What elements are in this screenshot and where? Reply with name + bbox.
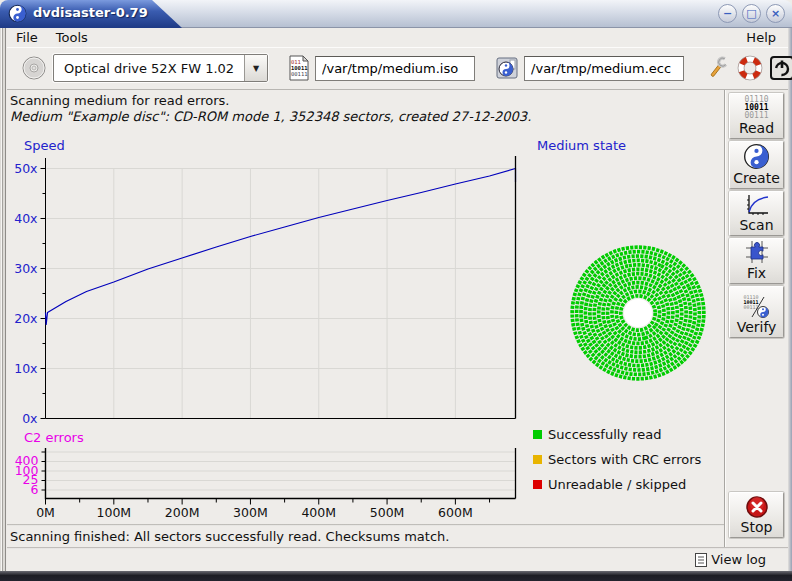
app-window: dvdisaster-0.79 − □ × File Tools Help Op… xyxy=(0,0,792,581)
legend-item-success: Successfully read xyxy=(533,426,723,442)
scan-result-text: Scanning finished: All sectors successfu… xyxy=(10,529,449,544)
svg-text:10x: 10x xyxy=(14,361,37,376)
scan-chart-icon xyxy=(744,193,770,217)
svg-text:50x: 50x xyxy=(14,161,37,176)
svg-text:200M: 200M xyxy=(165,505,200,520)
legend-item-unreadable: Unreadable / skipped xyxy=(533,476,723,492)
svg-text:400M: 400M xyxy=(301,505,336,520)
window-right-border xyxy=(788,28,792,571)
svg-text:600M: 600M xyxy=(438,505,473,520)
iso-path-input[interactable] xyxy=(315,56,475,81)
legend-swatch-yellow xyxy=(533,455,542,464)
medium-state-legend: Successfully read Sectors with CRC error… xyxy=(533,426,723,501)
svg-text:40x: 40x xyxy=(14,211,37,226)
drive-disc-icon[interactable] xyxy=(21,55,47,81)
menu-file[interactable]: File xyxy=(7,29,47,46)
menu-tools[interactable]: Tools xyxy=(47,29,97,46)
svg-text:00111: 00111 xyxy=(291,71,308,77)
svg-text:6: 6 xyxy=(31,482,39,497)
read-button[interactable]: 01110 10011 00111 Read xyxy=(729,93,784,139)
svg-text:C2 errors: C2 errors xyxy=(24,430,84,445)
medium-state-disc xyxy=(563,238,713,388)
svg-text:0x: 0x xyxy=(22,411,37,426)
window-bottom-border xyxy=(0,571,792,581)
legend-label: Unreadable / skipped xyxy=(548,477,686,492)
iso-file-icon: 011 10011 00111 xyxy=(288,55,310,81)
legend-swatch-green xyxy=(533,430,542,439)
stop-x-icon xyxy=(745,495,769,519)
verify-button[interactable]: 01110 10011 00111 Verify xyxy=(729,286,784,338)
app-logo-yinyang-icon xyxy=(8,4,27,23)
read-label: Read xyxy=(739,120,774,136)
fix-label: Fix xyxy=(747,265,766,281)
minimize-button[interactable]: − xyxy=(718,4,737,23)
medium-state-title: Medium state xyxy=(537,138,626,153)
svg-text:100M: 100M xyxy=(96,505,131,520)
legend-label: Sectors with CRC errors xyxy=(548,452,701,467)
puzzle-piece-icon xyxy=(744,239,770,265)
maximize-button[interactable]: □ xyxy=(742,4,761,23)
toolbar: Optical drive 52X FW 1.02 ▼ 011 10011 00… xyxy=(7,47,788,90)
menu-help[interactable]: Help xyxy=(734,29,788,46)
scan-button[interactable]: Scan xyxy=(729,191,784,236)
window-title: dvdisaster-0.79 xyxy=(33,5,148,20)
ecc-file-icon xyxy=(495,56,519,80)
view-log-button[interactable]: View log xyxy=(691,551,770,568)
svg-text:0M: 0M xyxy=(36,505,55,520)
quit-power-icon[interactable] xyxy=(768,54,792,82)
preferences-wrench-icon[interactable] xyxy=(704,54,732,82)
status-action-text: Scanning medium for read errors. xyxy=(10,93,229,108)
create-label: Create xyxy=(733,170,780,186)
view-log-label: View log xyxy=(711,552,766,567)
svg-text:500M: 500M xyxy=(370,505,405,520)
log-list-icon xyxy=(695,553,707,567)
create-button[interactable]: Create xyxy=(729,141,784,189)
legend-label: Successfully read xyxy=(548,427,661,442)
help-lifebuoy-icon[interactable] xyxy=(736,54,764,82)
legend-item-crc: Sectors with CRC errors xyxy=(533,451,723,467)
yinyang-icon xyxy=(743,143,770,170)
menu-bar: File Tools Help xyxy=(7,28,788,47)
svg-text:300M: 300M xyxy=(233,505,268,520)
scan-label: Scan xyxy=(739,217,773,233)
binary-read-icon: 01110 10011 00111 xyxy=(744,96,768,120)
chevron-down-icon[interactable]: ▼ xyxy=(244,55,267,81)
svg-text:20x: 20x xyxy=(14,311,37,326)
verify-compare-icon: 01110 10011 00111 xyxy=(744,295,770,319)
close-button[interactable]: × xyxy=(766,4,785,23)
verify-label: Verify xyxy=(737,319,777,335)
stop-label: Stop xyxy=(741,519,773,535)
divider xyxy=(7,547,788,549)
status-medium-info: Medium "Example disc": CD-ROM mode 1, 35… xyxy=(10,109,531,124)
divider xyxy=(7,524,724,526)
drive-selector-dropdown[interactable]: Optical drive 52X FW 1.02 ▼ xyxy=(53,54,268,82)
action-sidebar: 01110 10011 00111 Read Create Scan xyxy=(726,90,788,547)
ecc-path-input[interactable] xyxy=(524,56,684,81)
title-bar[interactable]: dvdisaster-0.79 − □ × xyxy=(0,0,792,28)
stop-button[interactable]: Stop xyxy=(729,492,784,538)
drive-selector-value: Optical drive 52X FW 1.02 xyxy=(54,61,244,76)
legend-swatch-red xyxy=(533,480,542,489)
fix-button[interactable]: Fix xyxy=(729,238,784,284)
svg-text:30x: 30x xyxy=(14,261,37,276)
svg-text:Speed: Speed xyxy=(24,138,65,153)
